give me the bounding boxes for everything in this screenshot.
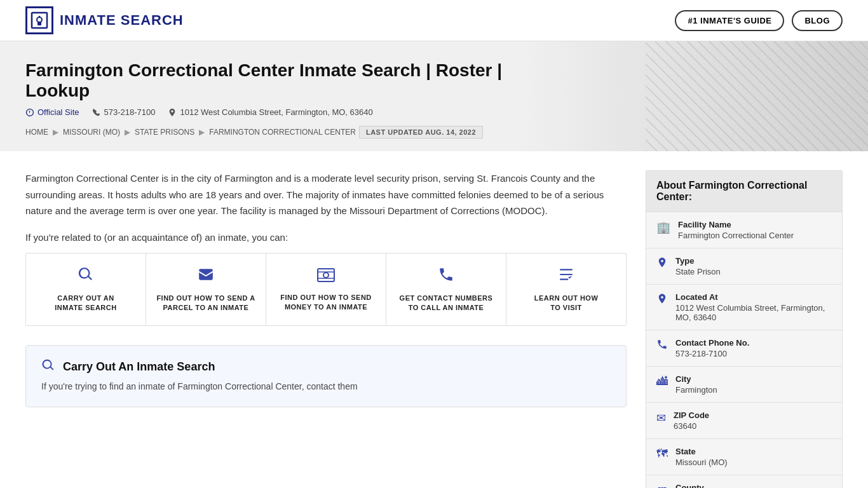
sidebar-row-state: 🗺 State Missouri (MO) xyxy=(646,439,842,475)
city-label: City xyxy=(675,374,717,384)
facility-icon: 🏢 xyxy=(656,220,670,234)
sidebar-row-county: 🗃 County St. Francois County xyxy=(646,475,842,488)
location-label: Located At xyxy=(675,292,832,302)
svg-rect-4 xyxy=(318,269,334,281)
svg-point-1 xyxy=(37,17,42,22)
header-nav: #1 INMATE'S GUIDE BLOG xyxy=(675,10,843,31)
city-value: Farmington xyxy=(675,385,717,395)
search-section-title: Carry Out An Inmate Search xyxy=(63,360,215,374)
sidebar-row-facility: 🏢 Facility Name Farmington Correctional … xyxy=(646,212,842,248)
action-card-money-label: FIND OUT HOW TO SENDMONEY TO AN INMATE xyxy=(280,293,372,313)
facility-description: Farmington Correctional Center is in the… xyxy=(25,170,627,219)
sep2: ▶ xyxy=(125,128,130,137)
phone-content: Contact Phone No. 573-218-7100 xyxy=(675,338,749,358)
action-card-parcel[interactable]: FIND OUT HOW TO SEND APARCEL TO AN INMAT… xyxy=(146,254,266,326)
search-section: Carry Out An Inmate Search If you're try… xyxy=(25,345,627,407)
phone-label: Contact Phone No. xyxy=(675,338,749,348)
breadcrumb-current: FARMINGTON CORRECTIONAL CENTER xyxy=(209,128,356,137)
parcel-card-icon xyxy=(198,266,214,287)
action-card-call-label: GET CONTACT NUMBERSTO CALL AN INMATE xyxy=(400,294,493,313)
logo-link[interactable]: INMATE SEARCH xyxy=(25,6,184,34)
sidebar: About Farmington Correctional Center: 🏢 … xyxy=(646,170,843,488)
sep3: ▶ xyxy=(199,128,205,137)
money-card-icon xyxy=(317,267,335,287)
action-card-money[interactable]: FIND OUT HOW TO SENDMONEY TO AN INMATE xyxy=(266,254,386,326)
action-card-search-label: CARRY OUT ANINMATE SEARCH xyxy=(55,294,116,313)
facility-label: Facility Name xyxy=(678,220,794,229)
last-updated-badge: LAST UPDATED AUG. 14, 2022 xyxy=(359,126,483,139)
guide-button[interactable]: #1 INMATE'S GUIDE xyxy=(675,10,784,31)
state-content: State Missouri (MO) xyxy=(675,447,728,467)
zip-label: ZIP Code xyxy=(674,410,709,420)
sidebar-row-zip: ✉ ZIP Code 63640 xyxy=(646,403,842,439)
type-value: State Prison xyxy=(675,267,721,276)
sidebar-row-location: Located At 1012 West Columbia Street, Fa… xyxy=(646,285,842,330)
facility-value: Farmington Correctional Center xyxy=(678,231,794,240)
action-card-call[interactable]: GET CONTACT NUMBERSTO CALL AN INMATE xyxy=(386,254,506,326)
state-icon: 🗺 xyxy=(656,447,668,461)
sidebar-row-phone: Contact Phone No. 573-218-7100 xyxy=(646,330,842,367)
action-card-parcel-label: FIND OUT HOW TO SEND APARCEL TO AN INMAT… xyxy=(156,294,255,313)
county-content: County St. Francois County xyxy=(675,483,748,488)
sidebar-row-type: Type State Prison xyxy=(646,248,842,285)
search-section-description: If you're trying to find an inmate of Fa… xyxy=(41,379,611,393)
zip-icon: ✉ xyxy=(656,411,666,425)
site-header: INMATE SEARCH #1 INMATE'S GUIDE BLOG xyxy=(0,0,868,41)
official-site-link[interactable]: Official Site xyxy=(25,107,79,117)
main-layout: Farmington Correctional Center is in the… xyxy=(0,151,868,488)
svg-rect-2 xyxy=(37,22,41,25)
visit-card-icon xyxy=(558,266,574,287)
location-content: Located At 1012 West Columbia Street, Fa… xyxy=(675,292,832,322)
action-cards: CARRY OUT ANINMATE SEARCH FIND OUT HOW T… xyxy=(25,253,627,327)
call-card-icon xyxy=(438,266,454,287)
action-card-visit[interactable]: LEARN OUT HOWTO VISIT xyxy=(506,254,626,326)
location-icon xyxy=(656,293,668,308)
type-content: Type State Prison xyxy=(675,256,721,276)
action-card-visit-label: LEARN OUT HOWTO VISIT xyxy=(534,294,599,313)
address-meta: 1012 West Columbia Street, Farmington, M… xyxy=(168,107,372,117)
state-value: Missouri (MO) xyxy=(675,458,728,467)
hero-background xyxy=(646,41,868,151)
type-label: Type xyxy=(675,256,721,266)
logo-icon xyxy=(25,6,53,34)
city-content: City Farmington xyxy=(675,374,717,395)
type-icon xyxy=(656,257,668,271)
breadcrumb-state[interactable]: MISSOURI (MO) xyxy=(63,128,120,137)
zip-value: 63640 xyxy=(674,421,709,431)
phone-sidebar-icon xyxy=(656,339,668,353)
phone-value: 573-218-7100 xyxy=(104,107,156,117)
blog-button[interactable]: BLOG xyxy=(792,10,843,31)
official-site-anchor[interactable]: Official Site xyxy=(37,107,79,117)
search-section-icon xyxy=(41,358,55,376)
phone-sidebar-value: 573-218-7100 xyxy=(675,349,749,358)
breadcrumb-home[interactable]: HOME xyxy=(25,128,48,137)
breadcrumb-category[interactable]: STATE PRISONS xyxy=(135,128,194,137)
state-label: State xyxy=(675,447,728,456)
zip-content: ZIP Code 63640 xyxy=(674,410,709,431)
city-icon: 🏙 xyxy=(656,375,668,388)
logo-text: INMATE SEARCH xyxy=(60,12,184,29)
facility-content: Facility Name Farmington Correctional Ce… xyxy=(678,220,794,240)
main-content: Farmington Correctional Center is in the… xyxy=(25,170,627,488)
action-card-search[interactable]: CARRY OUT ANINMATE SEARCH xyxy=(26,254,146,326)
svg-point-5 xyxy=(323,273,329,278)
page-title: Farmington Correctional Center Inmate Se… xyxy=(25,60,534,101)
county-icon: 🗃 xyxy=(656,484,668,488)
can-do-text: If you're related to (or an acquaintance… xyxy=(25,232,627,243)
about-card: About Farmington Correctional Center: 🏢 … xyxy=(646,170,843,488)
search-section-header: Carry Out An Inmate Search xyxy=(41,358,611,376)
sep1: ▶ xyxy=(53,128,58,137)
hero-section: Farmington Correctional Center Inmate Se… xyxy=(0,41,868,151)
description-text: Farmington Correctional Center is in the… xyxy=(25,173,604,216)
location-value: 1012 West Columbia Street, Farmington, M… xyxy=(675,303,832,322)
svg-rect-0 xyxy=(32,13,47,28)
county-label: County xyxy=(675,483,748,488)
about-card-header: About Farmington Correctional Center: xyxy=(646,171,842,212)
phone-meta: 573-218-7100 xyxy=(92,107,156,117)
address-value: 1012 West Columbia Street, Farmington, M… xyxy=(180,107,372,117)
sidebar-row-city: 🏙 City Farmington xyxy=(646,367,842,403)
search-card-icon xyxy=(78,266,94,287)
